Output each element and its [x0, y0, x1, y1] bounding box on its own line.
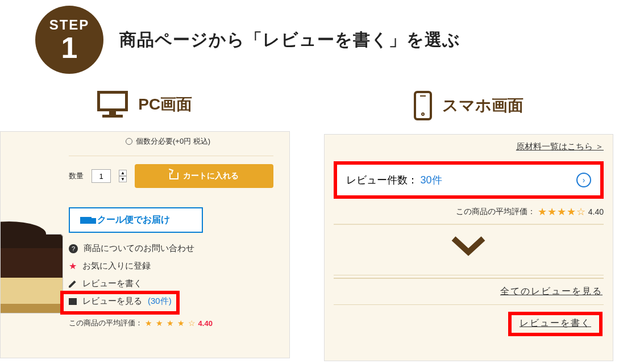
pc-heading: PC画面 [0, 91, 290, 118]
inquiry-label: 商品についてのお問い合わせ [84, 243, 194, 254]
smartphone-icon [414, 91, 432, 120]
qty-input[interactable]: 1 [92, 169, 111, 183]
sp-write-review-link[interactable]: レビューを書く [520, 318, 591, 328]
chevron-down-icon [450, 235, 487, 258]
add-to-cart-button[interactable]: カートに入れる [135, 164, 273, 188]
highlight-box: レビューを書く [508, 312, 603, 336]
sp-heading-label: スマホ画面 [442, 95, 524, 116]
sp-avg-rating-row: この商品の平均評価： ★★★★☆ 4.40 [334, 206, 604, 225]
star-icon: ★ [69, 261, 77, 271]
chevron-right-icon: › [576, 173, 591, 187]
view-all-reviews-link[interactable]: 全てのレビューを見る [500, 286, 603, 296]
inquiry-link[interactable]: ? 商品についてのお問い合わせ [69, 243, 273, 254]
option-label: 個数分必要(+0円 税込) [136, 136, 210, 147]
step-title: 商品ページから「レビューを書く」を選ぶ [119, 28, 460, 52]
review-count-label: レビュー件数： [346, 174, 418, 186]
pencil-icon [69, 280, 77, 288]
pc-heading-label: PC画面 [138, 94, 192, 115]
view-reviews-link[interactable]: レビューを見る (30件) [69, 296, 273, 307]
sp-screenshot-panel: 原材料一覧はこちら ＞ レビュー件数： 30件 › この商品の平均評価： ★★★… [324, 134, 614, 361]
monitor-icon [97, 91, 128, 118]
cool-delivery-badge: クール便でお届け [69, 207, 203, 233]
qty-label: 数量 [69, 171, 84, 181]
cool-delivery-label: クール便でお届け [97, 214, 170, 226]
review-count-value: 30件 [421, 174, 442, 186]
cart-icon [169, 173, 178, 179]
stars-icon: ★ ★ ★ ★ ☆ [145, 319, 196, 328]
qty-up-icon[interactable]: ▲ [119, 170, 127, 176]
sp-avg-label: この商品の平均評価： [456, 207, 535, 217]
sp-heading: スマホ画面 [324, 91, 614, 120]
question-icon: ? [69, 244, 78, 253]
step-label: STEP [49, 17, 90, 33]
write-review-label: レビューを書く [82, 278, 142, 289]
qty-down-icon[interactable]: ▼ [119, 176, 127, 182]
add-to-cart-label: カートに入れる [183, 171, 239, 181]
sp-stars-icon: ★★★★☆ [538, 206, 586, 218]
truck-icon [80, 217, 92, 224]
step-number: 1 [61, 33, 78, 62]
ingredients-link[interactable]: 原材料一覧はこちら ＞ [516, 141, 604, 151]
avg-rating-row: この商品の平均評価： ★ ★ ★ ★ ☆ 4.40 [69, 318, 273, 328]
pc-screenshot-panel: 個数分必要(+0円 税込) 数量 1 ▲ ▼ カートに入れる [0, 131, 290, 358]
view-reviews-label: レビューを見る [82, 296, 142, 307]
product-image [0, 234, 63, 313]
avg-value: 4.40 [198, 319, 213, 328]
favorite-label: お気に入りに登録 [82, 261, 151, 271]
sp-avg-value: 4.40 [588, 207, 604, 216]
avg-label: この商品の平均評価： [69, 318, 143, 328]
review-count-box[interactable]: レビュー件数： 30件 › [334, 161, 604, 199]
radio-icon[interactable] [126, 138, 132, 145]
qty-stepper[interactable]: ▲ ▼ [119, 170, 127, 182]
option-row[interactable]: 個数分必要(+0円 税込) [69, 133, 273, 156]
favorite-link[interactable]: ★ お気に入りに登録 [69, 261, 273, 271]
step-badge: STEP 1 [35, 6, 103, 74]
view-reviews-count: (30件) [148, 296, 172, 307]
write-review-link[interactable]: レビューを書く [69, 278, 273, 289]
list-icon [69, 298, 77, 305]
